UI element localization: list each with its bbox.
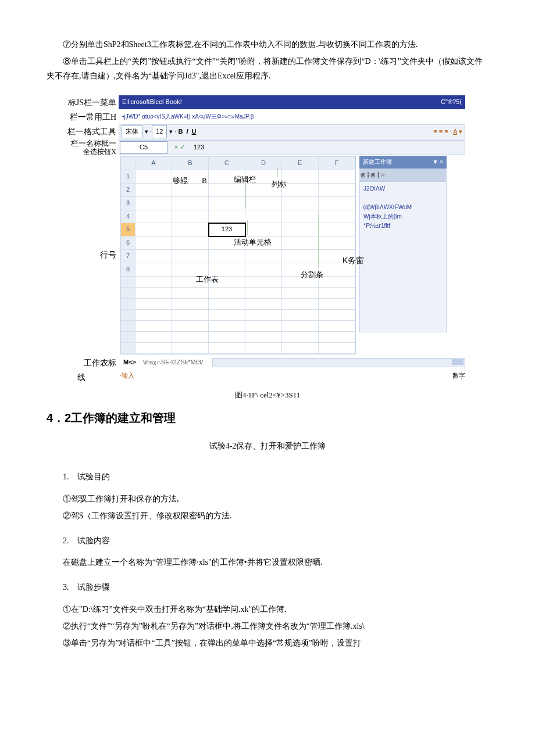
row-header[interactable]: 3 (121, 196, 135, 210)
row-header-active[interactable]: 5 (121, 223, 135, 237)
sheet-nav[interactable]: M<> (120, 357, 140, 368)
intro-paragraph-7: ⑦分别单击ShP2和Sheet3工作表标篮,在不同的工作表中幼入不同的数据.与收… (47, 37, 488, 52)
item-1-heading: 1. 试验目的 (63, 470, 488, 484)
col-header[interactable]: F (319, 157, 355, 170)
worksheet-grid[interactable]: A B C D E F 1 2 3 4 5123 6 7 8 (120, 156, 356, 354)
label-titlebar: 标JS栏一菜单 (47, 95, 119, 110)
experiment-title: 试验4-2保存、打开和爱护工作簿 (47, 439, 488, 453)
num-indicator: 數字 (452, 370, 465, 385)
task-pane-header[interactable]: 新建工作簿 ▼ × (359, 156, 447, 169)
label-rownum: 行号 (47, 156, 120, 354)
tp-line[interactable]: J2ΘIΛW (363, 184, 443, 194)
row-header[interactable]: 4 (121, 210, 135, 223)
size-selector[interactable]: 12 (152, 126, 167, 138)
item-3-p2: ②执行“文件”“另存为”吩札在“另存为”对话框中,将工作簿文件名改为“管理工作簿… (47, 619, 488, 633)
item-2-p1: 在磁盘上建立一个名称为“管理工作簿·xls"的工作簿•并将它设置权限密晒. (47, 555, 488, 569)
row-header[interactable]: 2 (121, 183, 135, 196)
tp-line[interactable]: Wj本秋上的βm (363, 212, 443, 221)
intro-paragraph-8: ⑧单击工具栏上的“关闭”按钮或执行“文件”“关闭”吩附，将新建的工作簿文件保存到… (47, 54, 488, 83)
item-3-p3: ③单击“另存为”对话框中“工具”按钮，在弹出的菜单中选择“常规选项”吩咐，设置打 (47, 636, 488, 650)
bold-button[interactable]: B (179, 126, 183, 138)
label-menubar: 栏一常用工H (47, 110, 119, 124)
fx-icons[interactable]: × ✓ (168, 142, 191, 153)
sheet-tabs[interactable]: \ihsχ∩SE·t2ZSk*Mt3/ (140, 357, 206, 368)
titlebar-text: EllicrosoftBicel Book! (122, 96, 182, 108)
row-header[interactable]: 8 (121, 263, 135, 276)
select-all-corner[interactable] (121, 157, 135, 170)
item-3-heading: 3. 试脸步骤 (63, 580, 488, 594)
formula-value[interactable]: 123 (191, 142, 465, 153)
format-toolbar[interactable]: 宋体 ▾ · 12 ▾ · B I U ≡ ≡ ≡ · A ▾ (119, 124, 465, 139)
formula-bar[interactable]: C5 × ✓ 123 (119, 140, 465, 155)
hscrollbar[interactable] (212, 358, 465, 367)
tp-line[interactable]: ⑷WβtΛWXtFWdM (363, 203, 443, 212)
titlebar-right: C"®?5( (441, 96, 462, 108)
item-1-p2: ②驾$（工作簿设置打开、修改权限密码的方法. (47, 508, 488, 523)
active-cell[interactable]: 123 (209, 223, 245, 237)
annot-worksheet: 工作表 (196, 273, 219, 286)
col-header[interactable]: E (282, 157, 319, 170)
annot-colB: B (202, 174, 207, 187)
row-header[interactable]: 7 (121, 249, 135, 263)
col-header[interactable]: B (172, 157, 209, 170)
titlebar: EllicrosoftBicel Book! C"®?5( (119, 95, 465, 109)
label-sheet-tab: 工作农标 (47, 356, 120, 370)
task-pane-title: 新建工作簿 (363, 157, 392, 167)
row-header[interactable]: 1 (121, 170, 135, 184)
font-selector[interactable]: 宋体 (122, 126, 142, 138)
annot-collabel: 列标 (272, 177, 287, 191)
item-1-p1: ①驾驭工作簿打开和保存的方法, (47, 492, 488, 506)
section-heading-4-2: 4．2工作簿的建立和管理 (47, 407, 488, 428)
excel-screenshot: 标JS栏一菜单 EllicrosoftBicel Book! C"®?5( 栏一… (47, 95, 465, 385)
task-pane-close-icon[interactable]: ▼ × (432, 157, 443, 167)
annot-taskpane: K务窗 (343, 254, 422, 267)
annot-gouku: 够辊 (173, 174, 188, 187)
label-format-toolbar: 栏一格式工具 (47, 124, 119, 139)
italic-button[interactable]: I (186, 126, 188, 138)
item-2-heading: 2. 试脸内容 (63, 533, 488, 548)
row-header[interactable]: 6 (121, 237, 135, 250)
underline-button[interactable]: U (192, 126, 197, 138)
annot-splitter: 分割条 (301, 268, 323, 281)
label-namebox: 栏一名称柢一 全选按钮X (47, 139, 119, 156)
tp-line[interactable]: *Ft½±r1fltf (363, 221, 443, 231)
label-sheet-tab2: 线 (47, 370, 116, 385)
task-pane-body: J2ΘIΛW ⑷WβtΛWXtFWdM Wj本秋上的βm *Ft½±r1fltf… (359, 181, 447, 332)
task-pane-toolbar[interactable]: ◎ | ◎ | ☆ (359, 169, 447, 181)
col-header[interactable]: C (209, 157, 245, 170)
item-3-p1: ①在"D:\练习”文件夹中双击打开名称为“基础学问.xk"的工作簿. (47, 602, 488, 617)
col-header[interactable]: D (245, 157, 282, 170)
task-pane[interactable]: 新建工作簿 ▼ × ◎ | ◎ | ☆ J2ΘIΛW ⑷WβtΛWXtFWdM … (359, 156, 447, 354)
col-header[interactable]: A (135, 157, 172, 170)
figure-caption: 图4·1F\ cel2<¥>3S11 (47, 388, 488, 402)
status-text: ·输入 (116, 370, 134, 385)
annot-activecell: 活动单元格 (234, 235, 272, 249)
menubar[interactable]: •jJWD*·αtuo<vIS入aWK«I) xA<uW三Φ>»□»MaJP.β (119, 110, 465, 123)
name-box[interactable]: C5 (120, 141, 167, 154)
